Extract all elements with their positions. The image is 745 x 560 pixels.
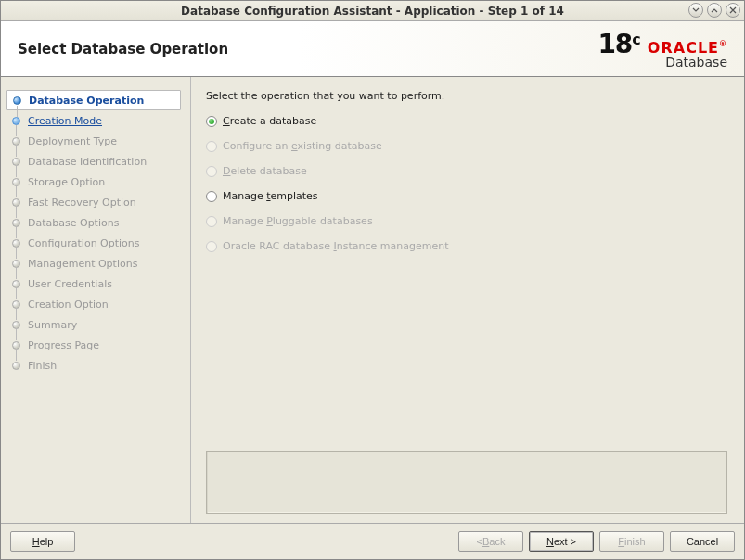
step-label: Database Identification bbox=[28, 156, 147, 168]
option-label: Configure an existing database bbox=[223, 140, 382, 152]
options-list: Create a databaseConfigure an existing d… bbox=[206, 115, 727, 252]
step-bullet-icon bbox=[12, 300, 20, 309]
step-bullet-icon bbox=[12, 362, 20, 370]
finish-button: Finish bbox=[599, 531, 664, 552]
step-connector bbox=[16, 350, 17, 361]
next-button[interactable]: Next > bbox=[529, 531, 594, 552]
step-bullet-icon bbox=[12, 321, 20, 329]
message-area bbox=[206, 451, 727, 514]
logo-product: Database bbox=[648, 56, 727, 69]
step-label: Configuration Options bbox=[28, 237, 140, 249]
step-database-operation: Database Operation bbox=[6, 90, 181, 110]
radio-icon[interactable] bbox=[206, 116, 217, 127]
step-configuration-options: Configuration Options bbox=[6, 233, 190, 253]
step-connector bbox=[16, 186, 17, 197]
option-delete-database: Delete database bbox=[206, 165, 727, 177]
step-connector bbox=[16, 166, 17, 177]
titlebar: Database Configuration Assistant - Appli… bbox=[1, 1, 744, 21]
step-label: Management Options bbox=[28, 258, 137, 270]
step-connector bbox=[16, 125, 17, 136]
close-button[interactable] bbox=[726, 3, 740, 18]
step-label: Storage Option bbox=[28, 176, 105, 188]
step-creation-mode[interactable]: Creation Mode bbox=[6, 110, 190, 131]
body: Database OperationCreation ModeDeploymen… bbox=[1, 77, 744, 524]
help-button[interactable]: Help bbox=[10, 531, 75, 552]
step-connector bbox=[17, 106, 18, 117]
logo-brand: ORACLE® bbox=[648, 41, 727, 56]
radio-icon bbox=[206, 166, 217, 177]
option-oracle-rac-database-instance-management: Oracle RAC database Instance management bbox=[206, 240, 727, 252]
step-connector bbox=[16, 248, 17, 259]
option-label: Manage templates bbox=[223, 190, 318, 202]
step-bullet-icon bbox=[12, 198, 20, 207]
step-database-identification: Database Identification bbox=[6, 151, 190, 172]
back-button: < Back bbox=[458, 531, 523, 552]
step-connector bbox=[16, 309, 17, 320]
step-management-options: Management Options bbox=[6, 253, 190, 274]
option-manage-pluggable-databases: Manage Pluggable databases bbox=[206, 215, 727, 227]
step-label: User Credentials bbox=[28, 278, 112, 290]
logo-text: ORACLE® Database bbox=[648, 41, 727, 69]
step-bullet-icon bbox=[12, 280, 20, 288]
step-connector bbox=[16, 288, 17, 299]
option-configure-an-existing-database: Configure an existing database bbox=[206, 140, 727, 152]
radio-icon bbox=[206, 216, 217, 227]
header: Select Database Operation 18c ORACLE® Da… bbox=[1, 21, 744, 77]
cancel-button[interactable]: Cancel bbox=[670, 531, 735, 552]
window-title: Database Configuration Assistant - Appli… bbox=[181, 5, 564, 18]
step-connector bbox=[16, 207, 17, 218]
step-label: Progress Page bbox=[28, 339, 99, 351]
step-bullet-icon bbox=[12, 239, 20, 248]
step-bullet-icon bbox=[12, 219, 20, 227]
step-label: Fast Recovery Option bbox=[28, 197, 136, 209]
step-connector bbox=[16, 268, 17, 279]
step-bullet-icon bbox=[12, 137, 20, 146]
footer: Help < Back Next > Finish Cancel bbox=[1, 524, 744, 559]
step-label: Finish bbox=[28, 360, 57, 372]
step-fast-recovery-option: Fast Recovery Option bbox=[6, 192, 190, 212]
oracle-logo: 18c ORACLE® Database bbox=[597, 29, 727, 69]
option-manage-templates[interactable]: Manage templates bbox=[206, 190, 727, 202]
step-bullet-icon bbox=[12, 117, 20, 125]
main-panel: Select the operation that you want to pe… bbox=[190, 77, 744, 523]
minimize-button[interactable] bbox=[688, 3, 703, 18]
step-bullet-icon bbox=[12, 260, 20, 268]
steps-list: Database OperationCreation ModeDeploymen… bbox=[6, 90, 190, 375]
logo-version: 18c bbox=[597, 29, 639, 59]
step-progress-page: Progress Page bbox=[6, 335, 190, 355]
step-label: Creation Option bbox=[28, 299, 109, 311]
step-connector bbox=[16, 227, 17, 238]
step-label: Deployment Type bbox=[28, 135, 117, 147]
step-connector bbox=[16, 329, 17, 340]
titlebar-buttons bbox=[688, 3, 740, 18]
instruction-text: Select the operation that you want to pe… bbox=[206, 90, 727, 102]
step-label: Database Options bbox=[28, 217, 119, 229]
step-label: Summary bbox=[28, 319, 77, 331]
step-storage-option: Storage Option bbox=[6, 172, 190, 192]
maximize-button[interactable] bbox=[707, 3, 722, 18]
radio-icon bbox=[206, 241, 217, 252]
option-label: Create a database bbox=[223, 115, 316, 127]
step-summary: Summary bbox=[6, 314, 190, 335]
step-finish: Finish bbox=[6, 355, 190, 375]
step-database-options: Database Options bbox=[6, 212, 190, 233]
app-window: Database Configuration Assistant - Appli… bbox=[0, 0, 745, 560]
step-bullet-icon bbox=[12, 341, 20, 350]
step-bullet-icon bbox=[12, 178, 20, 186]
step-connector bbox=[16, 146, 17, 157]
option-label: Manage Pluggable databases bbox=[223, 215, 373, 227]
option-label: Oracle RAC database Instance management bbox=[223, 240, 448, 252]
step-label: Creation Mode bbox=[28, 115, 102, 127]
step-creation-option: Creation Option bbox=[6, 294, 190, 314]
step-bullet-icon bbox=[13, 96, 21, 105]
option-create-a-database[interactable]: Create a database bbox=[206, 115, 727, 127]
step-user-credentials: User Credentials bbox=[6, 274, 190, 294]
radio-icon bbox=[206, 141, 217, 152]
sidebar: Database OperationCreation ModeDeploymen… bbox=[1, 77, 190, 523]
option-label: Delete database bbox=[223, 165, 307, 177]
step-deployment-type: Deployment Type bbox=[6, 131, 190, 151]
page-title: Select Database Operation bbox=[18, 41, 228, 57]
radio-icon[interactable] bbox=[206, 191, 217, 202]
step-bullet-icon bbox=[12, 158, 20, 166]
step-label: Database Operation bbox=[29, 95, 144, 107]
